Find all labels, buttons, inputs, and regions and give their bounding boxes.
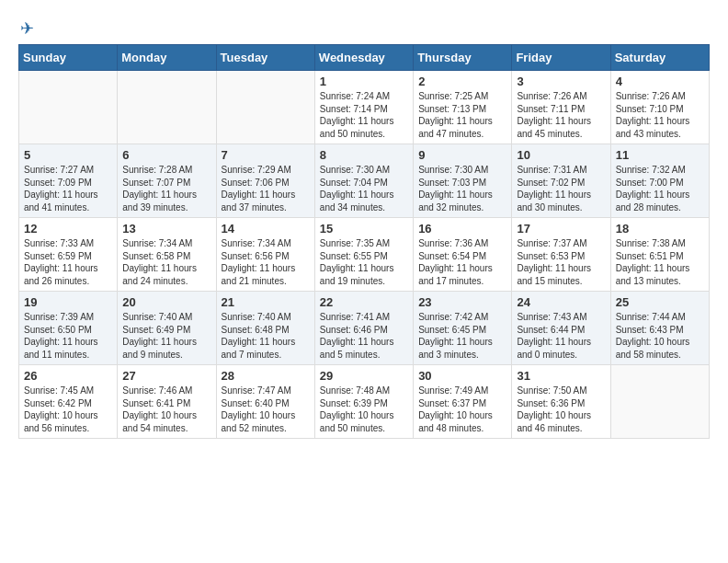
day-number: 21 bbox=[222, 295, 310, 309]
day-number: 10 bbox=[517, 148, 605, 162]
day-number: 7 bbox=[222, 148, 310, 162]
day-info: Sunrise: 7:36 AM Sunset: 6:54 PM Dayligh… bbox=[418, 237, 506, 287]
day-number: 13 bbox=[122, 222, 210, 236]
calendar-cell: 14Sunrise: 7:34 AM Sunset: 6:56 PM Dayli… bbox=[216, 218, 314, 292]
calendar-cell: 22Sunrise: 7:41 AM Sunset: 6:46 PM Dayli… bbox=[314, 292, 413, 365]
calendar-cell: 6Sunrise: 7:28 AM Sunset: 7:07 PM Daylig… bbox=[118, 144, 216, 218]
day-number: 25 bbox=[616, 295, 704, 309]
day-info: Sunrise: 7:25 AM Sunset: 7:13 PM Dayligh… bbox=[418, 90, 506, 140]
day-info: Sunrise: 7:30 AM Sunset: 7:03 PM Dayligh… bbox=[418, 164, 506, 213]
day-number: 16 bbox=[418, 222, 506, 236]
day-number: 14 bbox=[222, 222, 310, 236]
calendar-cell: 8Sunrise: 7:30 AM Sunset: 7:04 PM Daylig… bbox=[314, 144, 413, 218]
day-header-sunday: Sunday bbox=[19, 45, 118, 71]
day-info: Sunrise: 7:33 AM Sunset: 6:59 PM Dayligh… bbox=[24, 237, 112, 287]
day-info: Sunrise: 7:34 AM Sunset: 6:58 PM Dayligh… bbox=[122, 237, 210, 287]
day-info: Sunrise: 7:32 AM Sunset: 7:00 PM Dayligh… bbox=[616, 164, 704, 213]
day-header-monday: Monday bbox=[118, 45, 216, 71]
day-number: 4 bbox=[616, 75, 704, 88]
calendar-cell bbox=[216, 71, 314, 144]
calendar-cell: 28Sunrise: 7:47 AM Sunset: 6:40 PM Dayli… bbox=[216, 365, 314, 439]
calendar-cell bbox=[610, 365, 709, 439]
calendar-cell: 7Sunrise: 7:29 AM Sunset: 7:06 PM Daylig… bbox=[216, 144, 314, 218]
calendar-week-row: 1Sunrise: 7:24 AM Sunset: 7:14 PM Daylig… bbox=[19, 71, 710, 144]
calendar-cell: 29Sunrise: 7:48 AM Sunset: 6:39 PM Dayli… bbox=[314, 365, 413, 439]
calendar-cell: 17Sunrise: 7:37 AM Sunset: 6:53 PM Dayli… bbox=[512, 218, 610, 292]
day-info: Sunrise: 7:35 AM Sunset: 6:55 PM Dayligh… bbox=[320, 237, 408, 287]
day-number: 28 bbox=[222, 369, 310, 383]
calendar-week-row: 19Sunrise: 7:39 AM Sunset: 6:50 PM Dayli… bbox=[19, 292, 710, 365]
calendar-cell: 10Sunrise: 7:31 AM Sunset: 7:02 PM Dayli… bbox=[512, 144, 610, 218]
day-info: Sunrise: 7:40 AM Sunset: 6:48 PM Dayligh… bbox=[222, 311, 310, 361]
calendar-cell: 13Sunrise: 7:34 AM Sunset: 6:58 PM Dayli… bbox=[118, 218, 216, 292]
calendar-cell: 2Sunrise: 7:25 AM Sunset: 7:13 PM Daylig… bbox=[414, 71, 512, 144]
day-number: 8 bbox=[320, 148, 408, 162]
calendar-cell: 15Sunrise: 7:35 AM Sunset: 6:55 PM Dayli… bbox=[314, 218, 413, 292]
day-header-tuesday: Tuesday bbox=[216, 45, 314, 71]
calendar-cell: 19Sunrise: 7:39 AM Sunset: 6:50 PM Dayli… bbox=[19, 292, 118, 365]
day-number: 27 bbox=[122, 369, 210, 383]
day-number: 11 bbox=[616, 148, 704, 162]
calendar-cell: 25Sunrise: 7:44 AM Sunset: 6:43 PM Dayli… bbox=[610, 292, 709, 365]
calendar-cell: 26Sunrise: 7:45 AM Sunset: 6:42 PM Dayli… bbox=[19, 365, 118, 439]
day-info: Sunrise: 7:29 AM Sunset: 7:06 PM Dayligh… bbox=[222, 164, 310, 213]
day-info: Sunrise: 7:26 AM Sunset: 7:10 PM Dayligh… bbox=[616, 90, 704, 140]
day-number: 6 bbox=[122, 148, 210, 162]
calendar-cell: 1Sunrise: 7:24 AM Sunset: 7:14 PM Daylig… bbox=[314, 71, 413, 144]
calendar-week-row: 12Sunrise: 7:33 AM Sunset: 6:59 PM Dayli… bbox=[19, 218, 710, 292]
day-info: Sunrise: 7:37 AM Sunset: 6:53 PM Dayligh… bbox=[517, 237, 605, 287]
calendar-cell: 21Sunrise: 7:40 AM Sunset: 6:48 PM Dayli… bbox=[216, 292, 314, 365]
day-header-saturday: Saturday bbox=[610, 45, 709, 71]
day-info: Sunrise: 7:50 AM Sunset: 6:36 PM Dayligh… bbox=[517, 385, 605, 434]
logo: ✈ bbox=[18, 18, 36, 35]
day-info: Sunrise: 7:42 AM Sunset: 6:45 PM Dayligh… bbox=[418, 311, 506, 361]
calendar-cell: 3Sunrise: 7:26 AM Sunset: 7:11 PM Daylig… bbox=[512, 71, 610, 144]
calendar-header-row: SundayMondayTuesdayWednesdayThursdayFrid… bbox=[19, 45, 710, 71]
calendar-cell: 12Sunrise: 7:33 AM Sunset: 6:59 PM Dayli… bbox=[19, 218, 118, 292]
day-info: Sunrise: 7:43 AM Sunset: 6:44 PM Dayligh… bbox=[517, 311, 605, 361]
calendar-cell: 18Sunrise: 7:38 AM Sunset: 6:51 PM Dayli… bbox=[610, 218, 709, 292]
day-header-thursday: Thursday bbox=[414, 45, 512, 71]
calendar-week-row: 5Sunrise: 7:27 AM Sunset: 7:09 PM Daylig… bbox=[19, 144, 710, 218]
calendar-cell: 16Sunrise: 7:36 AM Sunset: 6:54 PM Dayli… bbox=[414, 218, 512, 292]
calendar-week-row: 26Sunrise: 7:45 AM Sunset: 6:42 PM Dayli… bbox=[19, 365, 710, 439]
day-info: Sunrise: 7:46 AM Sunset: 6:41 PM Dayligh… bbox=[122, 385, 210, 434]
page-header: ✈ bbox=[18, 18, 710, 35]
calendar-cell: 4Sunrise: 7:26 AM Sunset: 7:10 PM Daylig… bbox=[610, 71, 709, 144]
day-number: 15 bbox=[320, 222, 408, 236]
calendar-cell: 23Sunrise: 7:42 AM Sunset: 6:45 PM Dayli… bbox=[414, 292, 512, 365]
calendar-table: SundayMondayTuesdayWednesdayThursdayFrid… bbox=[18, 44, 710, 439]
day-info: Sunrise: 7:48 AM Sunset: 6:39 PM Dayligh… bbox=[320, 385, 408, 434]
calendar-cell bbox=[19, 71, 118, 144]
day-info: Sunrise: 7:45 AM Sunset: 6:42 PM Dayligh… bbox=[24, 385, 112, 434]
day-info: Sunrise: 7:49 AM Sunset: 6:37 PM Dayligh… bbox=[418, 385, 506, 434]
day-number: 30 bbox=[418, 369, 506, 383]
calendar-cell: 30Sunrise: 7:49 AM Sunset: 6:37 PM Dayli… bbox=[414, 365, 512, 439]
day-info: Sunrise: 7:34 AM Sunset: 6:56 PM Dayligh… bbox=[222, 237, 310, 287]
calendar-cell: 5Sunrise: 7:27 AM Sunset: 7:09 PM Daylig… bbox=[19, 144, 118, 218]
day-number: 5 bbox=[24, 148, 112, 162]
day-info: Sunrise: 7:28 AM Sunset: 7:07 PM Dayligh… bbox=[122, 164, 210, 213]
day-number: 22 bbox=[320, 295, 408, 309]
day-number: 17 bbox=[517, 222, 605, 236]
day-number: 2 bbox=[418, 75, 506, 88]
day-number: 3 bbox=[517, 75, 605, 88]
calendar-cell: 20Sunrise: 7:40 AM Sunset: 6:49 PM Dayli… bbox=[118, 292, 216, 365]
day-info: Sunrise: 7:38 AM Sunset: 6:51 PM Dayligh… bbox=[616, 237, 704, 287]
day-header-wednesday: Wednesday bbox=[314, 45, 413, 71]
day-number: 20 bbox=[122, 295, 210, 309]
day-info: Sunrise: 7:44 AM Sunset: 6:43 PM Dayligh… bbox=[616, 311, 704, 361]
day-number: 29 bbox=[320, 369, 408, 383]
logo-icon: ✈ bbox=[20, 18, 34, 39]
day-number: 18 bbox=[616, 222, 704, 236]
day-info: Sunrise: 7:24 AM Sunset: 7:14 PM Dayligh… bbox=[320, 90, 408, 140]
day-info: Sunrise: 7:39 AM Sunset: 6:50 PM Dayligh… bbox=[24, 311, 112, 361]
calendar-cell bbox=[118, 71, 216, 144]
calendar-cell: 11Sunrise: 7:32 AM Sunset: 7:00 PM Dayli… bbox=[610, 144, 709, 218]
calendar-cell: 31Sunrise: 7:50 AM Sunset: 6:36 PM Dayli… bbox=[512, 365, 610, 439]
day-number: 24 bbox=[517, 295, 605, 309]
day-number: 23 bbox=[418, 295, 506, 309]
day-number: 19 bbox=[24, 295, 112, 309]
calendar-cell: 9Sunrise: 7:30 AM Sunset: 7:03 PM Daylig… bbox=[414, 144, 512, 218]
day-info: Sunrise: 7:47 AM Sunset: 6:40 PM Dayligh… bbox=[222, 385, 310, 434]
